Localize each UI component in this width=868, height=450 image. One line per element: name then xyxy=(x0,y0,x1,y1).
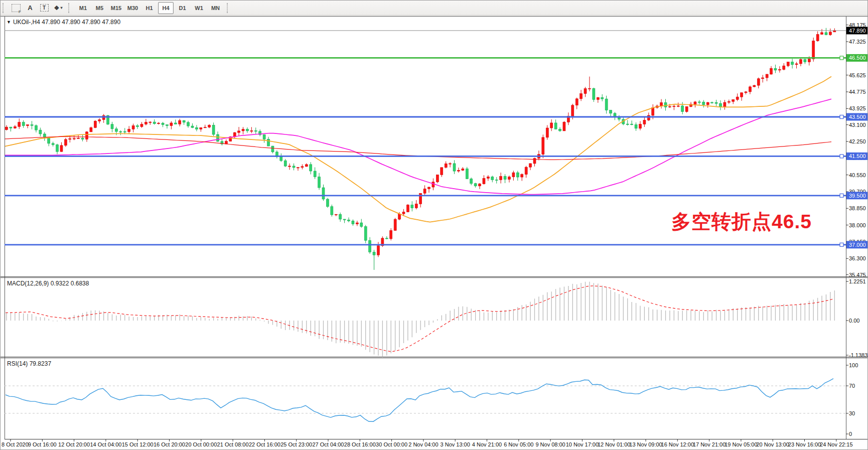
rsi-axis-label: 0 xyxy=(849,431,852,437)
time-axis-label: 21 Oct 08:00 xyxy=(217,441,249,447)
hline-46.500[interactable] xyxy=(5,56,846,60)
hline-price-tag: 37.000 xyxy=(846,241,868,248)
macd-signal-line xyxy=(6,286,833,352)
time-axis-label: 9 Nov 08:00 xyxy=(535,441,565,447)
price-axis-label: 40.550 xyxy=(849,172,866,178)
hline-43.500[interactable] xyxy=(5,115,846,119)
time-axis-label: 17 Nov 21:00 xyxy=(693,441,726,447)
time-axis-label: 12 Oct 20:00 xyxy=(58,441,90,447)
price-axis-label: 38.000 xyxy=(849,222,866,228)
rsi-line xyxy=(6,379,833,422)
time-axis-label: 4 Nov 21:00 xyxy=(472,441,502,447)
time-axis-label: 9 Oct 16:00 xyxy=(28,441,57,447)
price-axis-label: 35.475 xyxy=(849,272,866,278)
time-axis-label: 14 Oct 04:00 xyxy=(90,441,121,447)
svg-text:46.500: 46.500 xyxy=(849,55,866,61)
hline-price-tag: 46.500 xyxy=(846,54,868,62)
chart-annotation-text[interactable]: 多空转折点46.5 xyxy=(671,208,812,235)
price-axis-label: 44.775 xyxy=(849,89,866,95)
time-axis-label: 23 Nov 16:00 xyxy=(788,441,821,447)
rsi-axis-label: 30 xyxy=(849,410,855,416)
rsi-axis-label: 100 xyxy=(849,362,858,368)
time-axis-label: 2 Nov 04:00 xyxy=(408,441,438,447)
price-axis-label: 42.250 xyxy=(849,138,866,144)
time-axis-label: 10 Nov 17:00 xyxy=(566,441,599,447)
current-price-tag: 47.890 xyxy=(846,27,868,34)
time-axis: 8 Oct 20209 Oct 16:0012 Oct 20:0014 Oct … xyxy=(2,439,853,447)
time-axis-label: 12 Nov 01:00 xyxy=(598,441,630,447)
time-axis-label: 19 Nov 05:00 xyxy=(725,441,757,447)
svg-text:47.890: 47.890 xyxy=(849,28,866,34)
time-axis-label: 30 Oct 00:00 xyxy=(376,441,407,447)
ma-magenta-line xyxy=(5,99,831,194)
time-axis-label: 8 Oct 2020 xyxy=(2,441,29,447)
hline-39.500[interactable] xyxy=(5,194,846,197)
chart-title-text: UKOil-,H4 47.890 47.890 47.890 47.890 xyxy=(13,19,120,26)
svg-text:37.000: 37.000 xyxy=(849,242,866,248)
time-axis-label: 20 Oct 00:00 xyxy=(185,441,217,447)
macd-axis-label: 0.00 xyxy=(849,318,859,324)
price-axis-label: 36.300 xyxy=(849,255,866,261)
macd-panel: 1.22510.00-1.1383 xyxy=(6,278,867,358)
hline-price-tag: 43.500 xyxy=(846,113,868,121)
time-axis-label: 15 Oct 12:00 xyxy=(122,441,154,447)
rsi-axis-label: 70 xyxy=(849,383,855,389)
rsi-panel: 10070300 xyxy=(5,362,858,437)
rsi-indicator-label: RSI(14) 79.8237 xyxy=(7,360,51,367)
mt4-window: FAT❖▾ M1M5M15M30H1H4D1W1MN 48.17547.3254… xyxy=(0,0,868,450)
time-axis-label: 16 Oct 20:00 xyxy=(154,441,185,447)
price-axis-label: 43.925 xyxy=(849,105,866,111)
svg-text:39.500: 39.500 xyxy=(849,193,866,199)
time-axis-label: 13 Nov 09:00 xyxy=(629,441,662,447)
price-axis-label: 43.100 xyxy=(849,122,866,128)
time-axis-label: 6 Nov 05:00 xyxy=(504,441,533,447)
price-axis-label: 47.325 xyxy=(849,39,866,45)
time-axis-label: 3 Nov 13:00 xyxy=(441,441,470,447)
macd-axis-label: 1.2251 xyxy=(849,278,866,284)
hline-price-tag: 39.500 xyxy=(846,192,868,199)
time-axis-label: 27 Oct 04:00 xyxy=(313,441,344,447)
svg-text:43.500: 43.500 xyxy=(849,114,866,120)
time-axis-label: 22 Oct 16:00 xyxy=(249,441,280,447)
time-axis-label: 20 Nov 13:00 xyxy=(756,441,789,447)
hline-price-tag: 41.500 xyxy=(846,153,868,160)
ma-orange-line xyxy=(5,77,831,222)
chart-title: ▼UKOil-,H4 47.890 47.890 47.890 47.890 xyxy=(7,19,120,26)
svg-text:41.500: 41.500 xyxy=(849,153,866,159)
time-axis-label: 25 Oct 23:00 xyxy=(280,441,312,447)
macd-indicator-label: MACD(12,26,9) 0.9322 0.6838 xyxy=(7,280,89,287)
hline-41.500[interactable] xyxy=(5,155,846,158)
time-axis-label: 28 Oct 16:00 xyxy=(344,441,376,447)
macd-axis-label: -1.1383 xyxy=(849,352,867,358)
time-axis-label: 24 Nov 22:15 xyxy=(820,441,852,447)
collapse-icon[interactable]: ▼ xyxy=(7,20,11,25)
price-axis-label: 38.850 xyxy=(849,205,866,211)
time-axis-label: 16 Nov 12:00 xyxy=(661,441,694,447)
hline-37.000[interactable] xyxy=(5,243,846,246)
price-axis-label: 45.625 xyxy=(849,72,866,78)
